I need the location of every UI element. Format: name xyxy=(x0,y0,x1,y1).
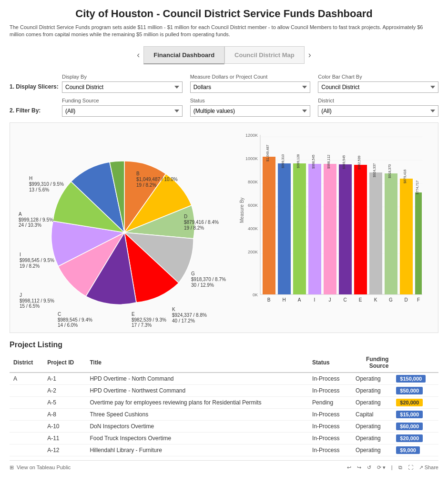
district-control: District (All) ABC xyxy=(318,98,438,117)
svg-text:1200K: 1200K xyxy=(245,133,258,138)
svg-text:G: G xyxy=(389,297,393,302)
svg-text:$999,128: $999,128 xyxy=(296,154,300,168)
slicers-label: 1. Display Slicers: xyxy=(10,74,62,90)
charts-area: B $1,049,487 / 10.0% 19 / 8.2% D $879,41… xyxy=(10,122,438,333)
svg-rect-50 xyxy=(339,164,352,294)
footer: ⊞ View on Tableau Public ↩ ↪ ↺ ⟳ ▾ | ⧉ ⛶… xyxy=(10,460,438,474)
svg-text:$982,539: $982,539 xyxy=(357,155,361,169)
tableau-label: View on Tableau Public xyxy=(17,464,71,470)
svg-text:17 / 7.3%: 17 / 7.3% xyxy=(132,323,152,328)
svg-text:14 / 6.0%: 14 / 6.0% xyxy=(58,323,78,328)
refresh-icon[interactable]: ⟳ ▾ xyxy=(377,464,386,471)
col-amount xyxy=(392,353,438,373)
cell-amount: $9,000 xyxy=(392,444,438,456)
status-select[interactable]: (Multiple values) (All) In-Process Pendi… xyxy=(190,105,311,117)
footer-controls: ↩ ↪ ↺ ⟳ ▾ | ⧉ ⛶ ↗ Share xyxy=(347,464,438,471)
svg-text:G: G xyxy=(191,271,195,276)
svg-text:13 / 5.6%: 13 / 5.6% xyxy=(29,187,49,192)
divider: | xyxy=(391,464,393,470)
display-slicers-row: 1. Display Slicers: Display By Council D… xyxy=(10,74,438,93)
filter-row: 2. Filter By: Funding Source (All) Capit… xyxy=(10,98,438,117)
cell-funding: Capital xyxy=(352,408,392,420)
svg-text:$998,545 / 9.5%: $998,545 / 9.5% xyxy=(20,258,54,263)
cell-project-id: A-2 xyxy=(43,384,86,396)
share-button[interactable]: ↗ Share xyxy=(419,464,438,471)
svg-text:I: I xyxy=(314,297,316,302)
cell-project-id: A-5 xyxy=(43,396,86,408)
svg-text:$1,049,487 / 10.0%: $1,049,487 / 10.0% xyxy=(136,177,178,182)
slicers-group: Display By Council District Funding Sour… xyxy=(62,74,438,93)
svg-text:$918,370: $918,370 xyxy=(388,164,391,178)
svg-text:40 / 17.2%: 40 / 17.2% xyxy=(172,318,195,323)
svg-text:A: A xyxy=(298,297,301,302)
tab-financial[interactable]: Financial Dashboard xyxy=(143,46,224,64)
table-row: A A-1 HPD Overtime - North Command In-Pr… xyxy=(10,373,438,385)
color-bar-label: Color Bar Chart By xyxy=(318,74,438,80)
cell-status: In-Process xyxy=(308,384,352,396)
cell-amount: $20,000 xyxy=(392,432,438,444)
funding-source-control: Funding Source (All) Capital Operating xyxy=(62,98,183,117)
tableau-link[interactable]: ⊞ View on Tableau Public xyxy=(10,464,71,471)
svg-text:$879,416 / 8.4%: $879,416 / 8.4% xyxy=(184,220,219,225)
svg-text:H: H xyxy=(29,176,32,181)
cell-district: A xyxy=(10,373,43,385)
cell-status: In-Process xyxy=(308,408,352,420)
svg-rect-53 xyxy=(385,173,397,294)
funding-source-label: Funding Source xyxy=(62,98,183,103)
svg-rect-48 xyxy=(308,164,321,294)
table-row: A-10 DoN Inspectors Overtime In-Process … xyxy=(10,420,438,432)
svg-text:$999,310 / 9.5%: $999,310 / 9.5% xyxy=(29,181,64,187)
measure-select[interactable]: Dollars Project Count xyxy=(190,81,311,93)
cell-district xyxy=(10,396,43,408)
reset-icon[interactable]: ↺ xyxy=(367,464,371,471)
svg-text:$999,128 / 9.5%: $999,128 / 9.5% xyxy=(19,217,53,222)
svg-text:E: E xyxy=(359,297,362,302)
bar-chart-container: 1200K 1000K 800K 600K 400K 200K 0K xyxy=(239,128,433,328)
status-label: Status xyxy=(190,98,311,103)
undo-icon[interactable]: ↩ xyxy=(347,464,351,471)
cell-funding: Operating xyxy=(352,432,392,444)
color-bar-select[interactable]: Council District Funding Source Status xyxy=(318,81,438,93)
district-select[interactable]: (All) ABC xyxy=(318,105,438,117)
tableau-icon: ⊞ xyxy=(10,464,14,471)
redo-icon[interactable]: ↪ xyxy=(357,464,361,471)
color-bar-control: Color Bar Chart By Council District Fund… xyxy=(318,74,438,93)
svg-text:$1,049,487: $1,049,487 xyxy=(266,145,269,161)
display-by-control: Display By Council District Funding Sour… xyxy=(62,74,183,93)
svg-text:Measure By: Measure By xyxy=(239,197,244,222)
svg-text:$924,337: $924,337 xyxy=(373,163,376,177)
measure-control: Measure Dollars or Project Count Dollars… xyxy=(190,74,311,93)
pie-chart-container: B $1,049,487 / 10.0% 19 / 8.2% D $879,41… xyxy=(15,128,234,328)
svg-text:$918,370 / 8.7%: $918,370 / 8.7% xyxy=(191,277,226,282)
cell-title: Hillendahl Library - Furniture xyxy=(86,444,308,456)
cell-funding: Operating xyxy=(352,373,392,385)
funding-source-select[interactable]: (All) Capital Operating xyxy=(62,105,183,117)
svg-text:$924,337 / 8.8%: $924,337 / 8.8% xyxy=(172,313,207,318)
cell-status: In-Process xyxy=(308,432,352,444)
svg-text:C: C xyxy=(58,312,61,317)
cell-project-id: A-11 xyxy=(43,432,86,444)
svg-text:J: J xyxy=(20,292,22,298)
cell-amount: $15,000 xyxy=(392,408,438,420)
svg-rect-52 xyxy=(369,172,382,294)
tab-map[interactable]: Council District Map xyxy=(224,46,305,64)
cell-status: In-Process xyxy=(308,373,352,385)
cell-funding: Operating xyxy=(352,420,392,432)
col-title: Title xyxy=(86,353,308,373)
next-tab-button[interactable]: › xyxy=(305,50,315,60)
svg-text:$989,545: $989,545 xyxy=(342,155,346,169)
svg-text:600K: 600K xyxy=(248,203,258,208)
svg-text:30 / 12.9%: 30 / 12.9% xyxy=(191,282,214,288)
share-screen-icon[interactable]: ⧉ xyxy=(398,464,402,471)
table-row: A-5 Overtime pay for employees reviewing… xyxy=(10,396,438,408)
cell-amount: $20,000 xyxy=(392,396,438,408)
fullscreen-icon[interactable]: ⛶ xyxy=(408,464,413,470)
svg-text:I: I xyxy=(20,252,21,257)
project-listing: Project Listing District Project ID Titl… xyxy=(10,341,438,456)
display-by-select[interactable]: Council District Funding Source Status xyxy=(62,81,183,93)
svg-text:H: H xyxy=(282,297,285,302)
svg-text:D: D xyxy=(184,214,187,219)
svg-rect-46 xyxy=(278,163,291,294)
prev-tab-button[interactable]: ‹ xyxy=(133,50,143,60)
cell-district xyxy=(10,432,43,444)
